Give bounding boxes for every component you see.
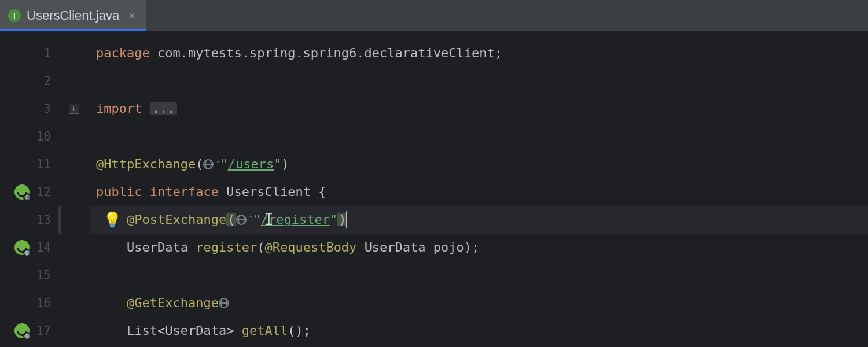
- url-inlay-icon[interactable]: ˅: [219, 298, 236, 308]
- editor: 1 2 3 10 11 c12 13 ◍14 15 16 ◍17 + packa…: [0, 31, 868, 347]
- spring-web-icon[interactable]: ◍: [14, 240, 30, 255]
- line-number: 16: [36, 289, 51, 317]
- line-number: 11: [36, 150, 51, 178]
- line-number: 3: [43, 95, 51, 123]
- text-caret: [346, 211, 347, 228]
- code-area[interactable]: package com.mytests.spring.spring6.decla…: [90, 31, 868, 347]
- tab-usersclient[interactable]: I UsersClient.java ×: [0, 0, 146, 31]
- url-inlay-icon[interactable]: ˅: [236, 215, 253, 225]
- close-icon[interactable]: ×: [128, 10, 135, 21]
- line-number: 15: [36, 261, 51, 289]
- code-line-current[interactable]: 💡 @PostExchange(˅"/register") I: [90, 206, 868, 234]
- line-number: 14: [36, 234, 51, 261]
- code-line[interactable]: import ...: [90, 95, 868, 123]
- tab-filename: UsersClient.java: [27, 9, 119, 22]
- line-number: 10: [36, 123, 51, 150]
- line-number: 13: [36, 206, 51, 234]
- spring-web-icon[interactable]: ◍: [14, 323, 30, 338]
- line-number: 17: [36, 317, 51, 345]
- fold-expand-icon[interactable]: +: [69, 104, 79, 114]
- code-line[interactable]: package com.mytests.spring.spring6.decla…: [90, 39, 868, 67]
- spring-bean-icon[interactable]: c: [14, 184, 30, 200]
- code-line[interactable]: [90, 123, 868, 150]
- line-number: 12: [36, 178, 51, 206]
- code-line[interactable]: @GetExchange˅: [90, 289, 868, 317]
- folded-region[interactable]: ...: [150, 102, 178, 115]
- intention-bulb-icon[interactable]: 💡: [103, 212, 122, 227]
- code-line[interactable]: List<UserData> getAll();: [90, 317, 868, 345]
- code-line[interactable]: UserData register(@RequestBody UserData …: [90, 234, 868, 261]
- code-line[interactable]: public interface UsersClient {: [90, 178, 868, 206]
- line-number: 2: [43, 67, 51, 95]
- url-inlay-icon[interactable]: ˅: [203, 159, 220, 169]
- code-line[interactable]: [90, 261, 868, 289]
- editor-tabs: I UsersClient.java ×: [0, 0, 868, 31]
- line-number-gutter: 1 2 3 10 11 c12 13 ◍14 15 16 ◍17: [0, 31, 58, 347]
- interface-icon: I: [8, 9, 21, 22]
- fold-gutter: +: [58, 31, 90, 347]
- code-line[interactable]: [90, 67, 868, 95]
- code-line[interactable]: @HttpExchange(˅"/users"): [90, 150, 868, 178]
- line-number: 1: [43, 39, 51, 67]
